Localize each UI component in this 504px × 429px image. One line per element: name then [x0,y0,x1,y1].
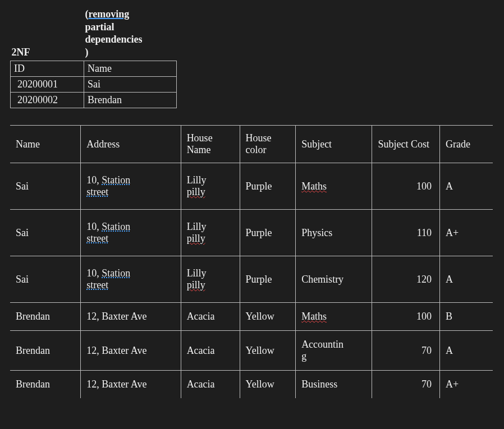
top-col-name: Name [84,61,177,77]
table-row: Sai 10, Station street Lillypilly Purple… [10,163,493,210]
cell-grade: A [440,331,493,371]
top-table: 2NF (removing partial dependencies ) ID … [10,6,177,108]
cell-address: 10, Station street [81,163,181,210]
top-col-id: ID [11,61,84,77]
top-title-right: (removing partial dependencies ) [84,6,177,61]
col-grade: Grade [440,126,493,163]
cell-grade: B [440,303,493,331]
cell-house-name: Lillypilly [181,256,240,303]
top-cell-id: 20200001 [11,77,84,93]
col-name: Name [10,126,81,163]
subj: Business [301,379,337,390]
hn2: pilly [187,233,205,244]
addr-link: street [86,186,108,197]
hn1: Lilly [187,267,207,279]
cell-cost: 100 [372,163,440,210]
cell-house-color: Purple [240,163,296,210]
col-subject: Subject [296,126,372,163]
cell-cost: 110 [372,210,440,256]
top-cell-name: Brendan [84,93,177,108]
cell-name: Brendan [10,371,81,399]
hn2: pilly [187,186,205,197]
cell-house-color: Purple [240,256,296,303]
cell-name: Sai [10,163,81,210]
dependencies-word: dependencies [85,34,143,45]
addr-link: street [86,279,108,290]
page-root: 2NF (removing partial dependencies ) ID … [0,0,504,429]
top-row-0: 20200001 Sai [11,77,177,93]
cell-house-name: Acacia [181,371,240,399]
cell-address: 10, Station street [81,256,181,303]
big-table: Name Address House Name House color Subj… [10,125,493,398]
cell-name: Sai [10,210,81,256]
big-header-row: Name Address House Name House color Subj… [10,126,493,163]
hn2: pilly [187,279,205,290]
hn1: Lilly [187,221,207,232]
cell-subject: Maths [296,163,372,210]
cell-cost: 70 [372,331,440,371]
removing-word: removing [89,8,130,20]
cell-name: Sai [10,256,81,303]
table-row: Brendan 12, Baxter Ave Acacia Yellow Mat… [10,303,493,331]
cell-name: Brendan [10,331,81,371]
subj: Chemistry [301,274,343,285]
cell-house-color: Yellow [240,331,296,371]
subj: Maths [301,311,327,322]
cell-subject: Chemistry [296,256,372,303]
cell-subject: Business [296,371,372,399]
cell-address: 12, Baxter Ave [81,331,181,371]
table-row: Sai 10, Station street Lillypilly Purple… [10,210,493,256]
cell-subject: Physics [296,210,372,256]
paren-close: ) [85,47,89,58]
top-cell-id: 20200002 [11,93,84,108]
cell-cost: 100 [372,303,440,331]
cell-subject: Maths [296,303,372,331]
cell-grade: A [440,256,493,303]
addr-prefix: 10, [86,221,102,232]
cell-house-name: Acacia [181,303,240,331]
col-address: Address [81,126,181,163]
cell-grade: A+ [440,371,493,399]
cell-house-color: Yellow [240,371,296,399]
cell-grade: A [440,163,493,210]
subj-l1: Accountin [301,339,343,350]
cell-address: 10, Station street [81,210,181,256]
addr-prefix: 10, [86,267,102,279]
col-subject-cost: Subject Cost [372,126,440,163]
big-table-wrap: Name Address House Name House color Subj… [10,125,498,398]
cell-house-color: Purple [240,210,296,256]
table-row: Sai 10, Station street Lillypilly Purple… [10,256,493,303]
cell-house-color: Yellow [240,303,296,331]
addr-link: street [86,233,108,244]
col-house-color: House color [240,126,296,163]
cell-subject: Accounting [296,331,372,371]
table-row: Brendan 12, Baxter Ave Acacia Yellow Bus… [10,371,493,399]
table-row: Brendan 12, Baxter Ave Acacia Yellow Acc… [10,331,493,371]
col-house-name: House Name [181,126,240,163]
addr-prefix: 10, [86,174,102,186]
top-title-left: 2NF [11,6,84,61]
addr-link: Station [102,221,130,232]
cell-address: 12, Baxter Ave [81,371,181,399]
subj: Physics [301,227,332,238]
partial-word: partial [85,21,114,33]
top-row-1: 20200002 Brendan [11,93,177,108]
hn1: Lilly [187,174,207,186]
subj: Maths [301,181,327,192]
cell-address: 12, Baxter Ave [81,303,181,331]
subj-l2: g [301,350,306,362]
top-header-row: 2NF (removing partial dependencies ) [11,6,177,61]
addr-link: Station [102,267,130,279]
top-table-wrap: 2NF (removing partial dependencies ) ID … [10,6,498,108]
cell-grade: A+ [440,210,493,256]
cell-cost: 120 [372,256,440,303]
cell-house-name: Acacia [181,331,240,371]
cell-house-name: Lillypilly [181,210,240,256]
top-col-headers: ID Name [11,61,177,77]
top-cell-name: Sai [84,77,177,93]
cell-cost: 70 [372,371,440,399]
addr-link: Station [102,174,130,186]
cell-house-name: Lillypilly [181,163,240,210]
cell-name: Brendan [10,303,81,331]
